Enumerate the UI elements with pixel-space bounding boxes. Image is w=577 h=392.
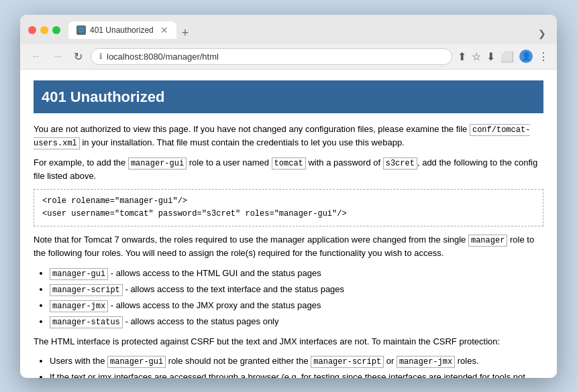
new-tab-button[interactable]: +: [182, 27, 189, 39]
bookmark-icon[interactable]: ☆: [472, 50, 481, 63]
role-gui-code: manager-gui: [128, 157, 187, 170]
tab-close-icon[interactable]: ✕: [160, 25, 168, 35]
back-button[interactable]: ←: [28, 49, 44, 64]
download-icon[interactable]: ⬇: [486, 50, 495, 63]
roles-list: manager-gui - allows access to the HTML …: [50, 267, 543, 328]
role-name-4: manager-status: [50, 316, 123, 328]
maximize-button[interactable]: [52, 26, 60, 34]
address-bar: ← → ↻ ℹ localhost:8080/manager/html ⬆ ☆ …: [20, 44, 557, 70]
para2: For example, to add the manager-gui role…: [34, 156, 543, 183]
code-block: <role rolename="manager-gui"/> <user use…: [34, 189, 543, 226]
list-item: manager-script - allows access to the te…: [50, 283, 543, 296]
refresh-button[interactable]: ↻: [71, 49, 85, 64]
tab-view-icon[interactable]: ⬜: [501, 50, 514, 63]
para3: Note that for Tomcat 7 onwards, the role…: [34, 233, 543, 260]
lock-icon: ℹ: [99, 52, 103, 61]
page-heading: 401 Unauthorized: [34, 80, 543, 113]
list-item: manager-jmx - allows access to the JMX p…: [50, 299, 543, 312]
csrf-text-2: If the text or jmx interfaces are access…: [50, 372, 525, 377]
para3-text: Note that for Tomcat 7 onwards, the role…: [34, 235, 468, 245]
active-tab[interactable]: 🌐 401 Unauthorized ✕: [68, 21, 176, 39]
chevron-right-icon: ❯: [538, 28, 546, 39]
role-desc-1: - allows access to the HTML GUI and the …: [108, 268, 321, 278]
role-desc-4: - allows access to the status pages only: [123, 316, 279, 326]
tab-favicon-icon: 🌐: [76, 25, 86, 35]
para1: You are not authorized to view this page…: [34, 123, 543, 149]
tab-title: 401 Unauthorized: [90, 25, 154, 35]
code-line1: <role rolename="manager-gui"/>: [42, 195, 535, 208]
para4: The HTML interface is protected against …: [34, 335, 543, 348]
csrf-item-2: If the text or jmx interfaces are access…: [50, 371, 543, 377]
traffic-lights: [28, 26, 60, 34]
url-text: localhost:8080/manager/html: [107, 52, 219, 62]
role-name-1: manager-gui: [50, 268, 108, 280]
para2-start: For example, to add the: [34, 157, 128, 168]
csrf-code-3: manager-jmx: [397, 356, 455, 368]
list-item: manager-status - allows access to the st…: [50, 315, 543, 328]
user-tomcat-code: tomcat: [272, 157, 306, 170]
minimize-button[interactable]: [40, 26, 48, 34]
role-desc-2: - allows access to the text interface an…: [123, 284, 344, 294]
role-name-3: manager-jmx: [50, 300, 108, 312]
csrf-text-1d: roles.: [455, 356, 478, 366]
tabs-row: 🌐 401 Unauthorized ✕ + ❯: [68, 21, 549, 39]
para1-text-end: in your installation. That file must con…: [80, 137, 405, 147]
page-content: 401 Unauthorized You are not authorized …: [20, 70, 557, 378]
para2-mid2: with a password of: [306, 157, 383, 168]
csrf-text-1c: or: [384, 356, 397, 366]
para1-text-start: You are not authorized to view this page…: [34, 124, 470, 134]
toolbar-icons: ⬆ ☆ ⬇ ⬜ 👤 ⋮: [458, 50, 549, 63]
title-bar: 🌐 401 Unauthorized ✕ + ❯: [20, 15, 557, 44]
forward-button[interactable]: →: [50, 49, 66, 64]
close-button[interactable]: [28, 26, 36, 34]
csrf-item-1: Users with the manager-gui role should n…: [50, 354, 543, 368]
role-desc-3: - allows access to the JMX proxy and the…: [108, 300, 321, 310]
csrf-text-1a: Users with the: [50, 356, 107, 366]
password-code: s3cret: [383, 157, 417, 170]
browser-window: 🌐 401 Unauthorized ✕ + ❯ ← → ↻ ℹ localho…: [20, 15, 557, 378]
csrf-code-1: manager-gui: [107, 356, 166, 368]
csrf-code-2: manager-script: [311, 356, 384, 368]
code-line2: <user username="tomcat" password="s3cret…: [42, 208, 535, 220]
menu-icon[interactable]: ⋮: [538, 50, 549, 63]
profile-icon[interactable]: 👤: [519, 50, 533, 63]
share-icon[interactable]: ⬆: [458, 50, 466, 63]
para2-mid1: role to a user named: [187, 157, 271, 168]
role-name-2: manager-script: [50, 284, 123, 296]
url-bar[interactable]: ℹ localhost:8080/manager/html: [91, 48, 452, 65]
manager-role-code: manager: [468, 235, 507, 247]
list-item: manager-gui - allows access to the HTML …: [50, 267, 543, 280]
csrf-list: Users with the manager-gui role should n…: [50, 354, 543, 377]
csrf-text-1b: role should not be granted either the: [166, 356, 311, 366]
